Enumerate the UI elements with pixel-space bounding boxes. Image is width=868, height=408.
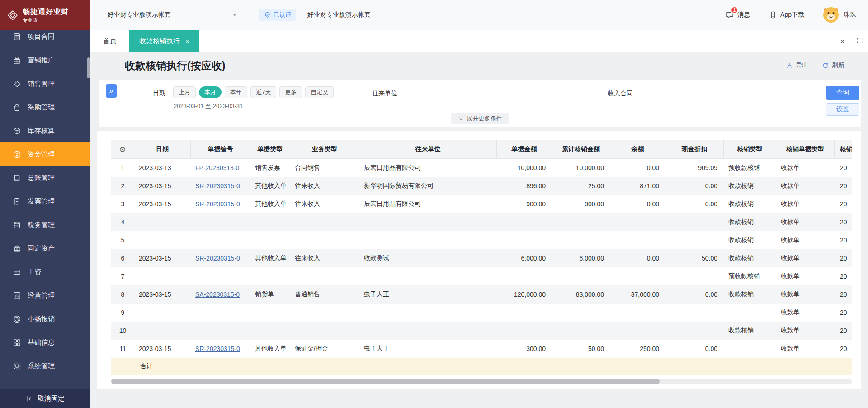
- cell-biz_type: 普通销售: [290, 285, 359, 304]
- column-header[interactable]: 现金折扣: [665, 140, 724, 158]
- purchase-icon: [13, 103, 21, 112]
- date-option-本月[interactable]: 本月: [199, 86, 222, 98]
- sidebar-item-system[interactable]: 系统管理: [0, 354, 90, 378]
- column-settings-gear[interactable]: ⚙: [111, 140, 134, 158]
- sidebar-item-base-info[interactable]: 基础信息: [0, 331, 90, 354]
- cell-doc_no: FP-20230313-0: [191, 159, 250, 177]
- cell-doc_type: 其他收入单: [250, 340, 290, 358]
- sidebar-item-expense[interactable]: 小畅报销: [0, 307, 90, 331]
- sidebar-scrollbar[interactable]: [87, 57, 90, 78]
- column-header[interactable]: 核销: [835, 140, 852, 158]
- close-tab-icon[interactable]: ×: [185, 38, 189, 45]
- collapse-filter-button[interactable]: »: [106, 84, 117, 98]
- date-option-上月[interactable]: 上月: [173, 86, 196, 98]
- date-option-近7天[interactable]: 近7天: [250, 86, 276, 98]
- total-row: 合计: [111, 358, 852, 375]
- sidebar-item-funds[interactable]: 资金管理: [0, 142, 90, 166]
- user-menu[interactable]: 珠珠: [822, 6, 856, 24]
- cell-partner: 辰宏日用品有限公司: [359, 195, 497, 213]
- table-row[interactable]: 22023-03-15SR-20230315-0其他收入单往来收入新华明国际贸易…: [111, 177, 852, 195]
- sidebar-item-invoice[interactable]: 发票管理: [0, 190, 90, 213]
- sidebar-item-purchase[interactable]: 采购管理: [0, 95, 90, 119]
- sidebar-item-fixed-assets[interactable]: 固定资产: [0, 237, 90, 260]
- table-row[interactable]: 82023-03-15SA-20230315-0销货单普通销售虫子大王120,0…: [111, 285, 852, 304]
- horizontal-scrollbar-thumb[interactable]: [111, 379, 660, 384]
- doc-no-link[interactable]: SR-20230315-0: [195, 200, 240, 208]
- contract-filter-input[interactable]: ⋯: [639, 86, 808, 100]
- close-tabs-button[interactable]: ×: [834, 30, 851, 52]
- sidebar-item-operations[interactable]: 经营管理: [0, 284, 90, 307]
- date-option-更多[interactable]: 更多: [279, 86, 302, 98]
- unpin-sidebar-button[interactable]: 取消固定: [0, 389, 90, 408]
- column-header[interactable]: 核销类型: [724, 140, 776, 158]
- cell-extra: 20: [835, 249, 852, 267]
- column-header[interactable]: 单据类型: [250, 140, 290, 158]
- cell-balance: 0.00: [610, 195, 665, 213]
- sidebar-item-general-ledger[interactable]: 总账管理: [0, 166, 90, 190]
- table-row[interactable]: 4收款核销收款单20: [111, 213, 852, 231]
- sidebar-item-project-contract[interactable]: 项目合同: [0, 30, 90, 48]
- column-header[interactable]: 往来单位: [359, 140, 497, 158]
- cell-discount: 0.00: [665, 340, 724, 358]
- table-panel: ⚙ 日期单据编号单据类型业务类型往来单位单据金额累计核销金额余额现金折扣核销类型…: [97, 131, 861, 389]
- column-header[interactable]: 单据金额: [497, 140, 552, 158]
- cell-date: [134, 304, 191, 322]
- column-header[interactable]: 单据编号: [191, 140, 250, 158]
- cell-verify_type: 收款核销: [724, 322, 776, 340]
- app-download-button[interactable]: App下载: [769, 11, 804, 19]
- cell-amount: [497, 213, 552, 231]
- fullscreen-button[interactable]: [851, 30, 868, 52]
- refresh-button[interactable]: 刷新: [822, 62, 844, 70]
- row-number: 3: [111, 195, 134, 213]
- sidebar-item-salary[interactable]: 工资: [0, 260, 90, 284]
- table-row[interactable]: 5收款核销收款单20: [111, 231, 852, 249]
- doc-no-link[interactable]: FP-20230313-0: [195, 164, 239, 171]
- export-button[interactable]: 导出: [786, 62, 808, 70]
- tab-home[interactable]: 首页: [90, 30, 129, 52]
- date-option-本年[interactable]: 本年: [225, 86, 247, 98]
- expand-more-filters-button[interactable]: 展开更多条件: [451, 113, 509, 124]
- column-header[interactable]: 核销单据类型: [776, 140, 835, 158]
- doc-no-link[interactable]: SA-20230315-0: [195, 291, 240, 298]
- doc-no-link[interactable]: SR-20230315-0: [195, 255, 240, 262]
- cell-balance: 37,000.00: [610, 285, 665, 304]
- table-row[interactable]: 10收款核销收款单20: [111, 322, 852, 340]
- table-row[interactable]: 7预收款核销收款单20: [111, 267, 852, 285]
- fixed-assets-icon: [13, 244, 21, 253]
- table-row[interactable]: 62023-03-15SR-20230315-0其他收入单往来收入收款测试6,0…: [111, 249, 852, 267]
- table-row[interactable]: 12023-03-13FP-20230313-0销售发票合同销售辰宏日用品有限公…: [111, 159, 852, 177]
- table-row[interactable]: 32023-03-15SR-20230315-0其他收入单往来收入辰宏日用品有限…: [111, 195, 852, 213]
- sidebar-item-sales[interactable]: 销售管理: [0, 72, 90, 95]
- settings-button[interactable]: 设置: [826, 103, 859, 116]
- date-option-自定义[interactable]: 自定义: [305, 86, 334, 98]
- cell-verified: [552, 322, 610, 340]
- column-header[interactable]: 日期: [134, 140, 191, 158]
- cell-discount: [665, 231, 724, 249]
- sidebar-item-tax[interactable]: 税务管理: [0, 213, 90, 237]
- cell-extra: 20: [835, 322, 852, 340]
- verified-badge-label: 已认证: [274, 11, 291, 19]
- cell-discount: 0.00: [665, 195, 724, 213]
- sidebar: 项目合同营销推广销售管理采购管理库存核算资金管理总账管理发票管理税务管理固定资产…: [0, 30, 90, 408]
- table-row[interactable]: 9收款单20: [111, 304, 852, 322]
- table-row[interactable]: 112023-03-15SR-20230315-0其他收入单保证金/押金虫子大王…: [111, 340, 852, 358]
- account-set-select[interactable]: 好业财专业版演示帐套 ▾: [104, 8, 240, 22]
- column-header[interactable]: 业务类型: [290, 140, 359, 158]
- doc-no-link[interactable]: SR-20230315-0: [195, 182, 240, 190]
- messages-button[interactable]: 消息 1: [726, 11, 750, 19]
- partner-filter-input[interactable]: ⋯: [404, 86, 576, 100]
- query-button[interactable]: 查询: [826, 86, 859, 100]
- column-header[interactable]: 累计核销金额: [552, 140, 610, 158]
- row-number: 11: [111, 340, 134, 358]
- column-header[interactable]: 余额: [610, 140, 665, 158]
- horizontal-scrollbar[interactable]: [111, 379, 852, 384]
- filter-panel: » 日期 上月本月本年近7天更多自定义 2023-03-01 至 2023-03…: [99, 80, 861, 127]
- sidebar-item-label: 营销推广: [28, 56, 55, 65]
- more-icon[interactable]: ⋯: [798, 92, 806, 98]
- sidebar-item-marketing[interactable]: 营销推广: [0, 48, 90, 72]
- date-range-value[interactable]: 2023-03-01 至 2023-03-31: [174, 102, 243, 110]
- doc-no-link[interactable]: SR-20230315-0: [195, 345, 240, 352]
- sidebar-item-inventory[interactable]: 库存核算: [0, 119, 90, 142]
- tab-receipt-verify[interactable]: 收款核销执行×: [129, 30, 199, 52]
- more-icon[interactable]: ⋯: [566, 92, 573, 98]
